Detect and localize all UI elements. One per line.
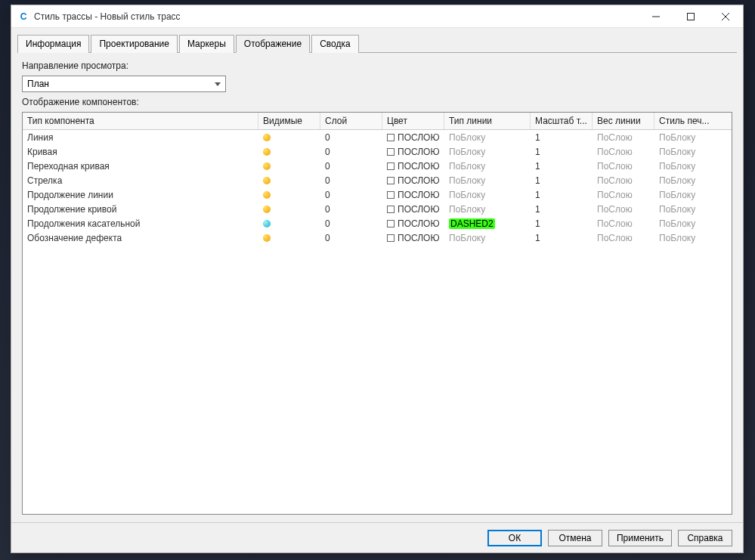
cell-lineweight[interactable]: ПоСлою [593,204,654,215]
table-row[interactable]: Продолжение линии0ПОСЛОЮПоБлоку1ПоСлоюПо… [23,187,732,202]
cell-linetype[interactable]: ПоБлоку [444,147,531,157]
cell-type[interactable]: Переходная кривая [23,161,258,172]
header-lineweight[interactable]: Вес линии [593,113,654,129]
cell-layer[interactable]: 0 [320,218,382,229]
cell-type[interactable]: Стрелка [23,175,258,186]
cell-layer[interactable]: 0 [320,190,382,200]
lightbulb-icon[interactable] [263,162,271,170]
titlebar[interactable]: C Стиль трассы - Новый стиль трасс [11,5,743,28]
table-row[interactable]: Продолжения касательной0ПОСЛОЮDASHED21По… [23,216,732,230]
cell-lineweight[interactable]: ПоСлою [593,132,654,143]
minimize-button[interactable] [639,5,673,28]
cell-color[interactable]: ПОСЛОЮ [382,161,444,172]
cell-visible[interactable] [258,162,320,170]
cell-plotstyle[interactable]: ПоБлоку [654,218,716,229]
cell-plotstyle[interactable]: ПоБлоку [654,233,716,243]
cell-lineweight[interactable]: ПоСлою [593,218,654,229]
cell-linetype[interactable]: ПоБлоку [444,161,531,172]
view-direction-select[interactable]: План [22,76,226,92]
cell-color[interactable]: ПОСЛОЮ [382,175,444,186]
cell-linetype[interactable]: ПоБлоку [444,175,531,186]
cell-layer[interactable]: 0 [320,147,382,157]
table-row[interactable]: Кривая0ПОСЛОЮПоБлоку1ПоСлоюПоБлоку [23,144,732,159]
cell-layer[interactable]: 0 [320,161,382,172]
cell-plotstyle[interactable]: ПоБлоку [654,147,716,157]
cell-type[interactable]: Кривая [23,147,258,157]
cell-linetype[interactable]: ПоБлоку [444,132,531,143]
cell-visible[interactable] [258,134,320,141]
maximize-button[interactable] [673,5,708,28]
cell-plotstyle[interactable]: ПоБлоку [654,161,716,172]
table-row[interactable]: Продолжение кривой0ПОСЛОЮПоБлоку1ПоСлоюП… [23,202,732,216]
cell-visible[interactable] [258,177,320,184]
help-button[interactable]: Справка [678,530,732,546]
cell-plotstyle[interactable]: ПоБлоку [654,132,716,143]
cell-lineweight[interactable]: ПоСлою [593,147,654,157]
cell-scale[interactable]: 1 [531,190,593,200]
cancel-button[interactable]: Отмена [548,530,602,546]
ok-button[interactable]: ОК [487,530,542,546]
tab-summary[interactable]: Сводка [311,35,359,53]
apply-button[interactable]: Применить [608,530,672,546]
cell-plotstyle[interactable]: ПоБлоку [654,175,716,186]
lightbulb-icon[interactable] [263,134,271,141]
header-visible[interactable]: Видимые [258,113,320,129]
close-button[interactable] [708,5,743,28]
cell-scale[interactable]: 1 [531,204,593,215]
cell-scale[interactable]: 1 [531,218,593,229]
lightbulb-icon[interactable] [263,234,271,242]
cell-lineweight[interactable]: ПоСлою [593,190,654,200]
cell-visible[interactable] [258,206,320,213]
cell-linetype[interactable]: DASHED2 [444,218,531,229]
cell-layer[interactable]: 0 [320,132,382,143]
header-plotstyle[interactable]: Стиль печ... [654,113,716,129]
cell-scale[interactable]: 1 [531,161,593,172]
cell-plotstyle[interactable]: ПоБлоку [654,204,716,215]
table-row[interactable]: Стрелка0ПОСЛОЮПоБлоку1ПоСлоюПоБлоку [23,173,732,187]
cell-color[interactable]: ПОСЛОЮ [382,132,444,143]
cell-linetype[interactable]: ПоБлоку [444,190,531,200]
lightbulb-icon[interactable] [263,191,271,199]
cell-type[interactable]: Линия [23,132,258,143]
cell-layer[interactable]: 0 [320,204,382,215]
cell-type[interactable]: Продолжение кривой [23,204,258,215]
cell-color[interactable]: ПОСЛОЮ [382,218,444,229]
cell-type[interactable]: Продолжение линии [23,190,258,200]
cell-linetype[interactable]: ПоБлоку [444,233,531,243]
cell-layer[interactable]: 0 [320,175,382,186]
header-layer[interactable]: Слой [320,113,382,129]
cell-lineweight[interactable]: ПоСлою [593,161,654,172]
tab-markers[interactable]: Маркеры [179,35,234,53]
tab-information[interactable]: Информация [17,35,89,53]
cell-linetype[interactable]: ПоБлоку [444,204,531,215]
tab-design[interactable]: Проектирование [91,35,178,53]
table-row[interactable]: Обозначение дефекта0ПОСЛОЮПоБлоку1ПоСлою… [23,230,732,245]
lightbulb-icon[interactable] [263,177,271,184]
cell-color[interactable]: ПОСЛОЮ [382,204,444,215]
cell-plotstyle[interactable]: ПоБлоку [654,190,716,200]
cell-visible[interactable] [258,234,320,242]
tab-display[interactable]: Отображение [236,35,310,53]
header-scale[interactable]: Масштаб т... [531,113,593,129]
cell-lineweight[interactable]: ПоСлою [593,175,654,186]
cell-lineweight[interactable]: ПоСлою [593,233,654,243]
header-color[interactable]: Цвет [382,113,444,129]
cell-visible[interactable] [258,191,320,199]
cell-color[interactable]: ПОСЛОЮ [382,233,444,243]
table-row[interactable]: Линия0ПОСЛОЮПоБлоку1ПоСлоюПоБлоку [23,130,732,144]
cell-scale[interactable]: 1 [531,175,593,186]
cell-visible[interactable] [258,220,320,227]
cell-scale[interactable]: 1 [531,132,593,143]
header-type[interactable]: Тип компонента [23,113,258,129]
cell-type[interactable]: Продолжения касательной [23,218,258,229]
lightbulb-icon[interactable] [263,148,271,156]
lightbulb-icon[interactable] [263,206,271,213]
cell-scale[interactable]: 1 [531,147,593,157]
lightbulb-icon[interactable] [263,220,271,227]
cell-type[interactable]: Обозначение дефекта [23,233,258,243]
cell-layer[interactable]: 0 [320,233,382,243]
cell-color[interactable]: ПОСЛОЮ [382,147,444,157]
cell-visible[interactable] [258,148,320,156]
header-linetype[interactable]: Тип линии [444,113,531,129]
cell-color[interactable]: ПОСЛОЮ [382,190,444,200]
